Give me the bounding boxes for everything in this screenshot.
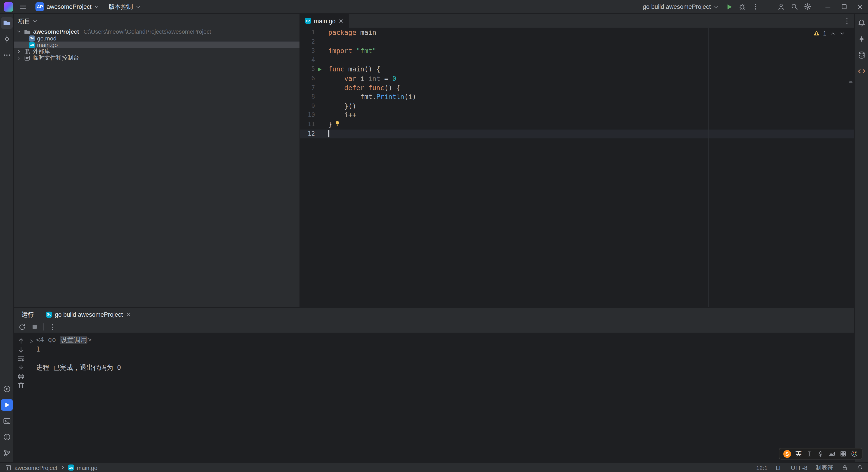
print-button[interactable] bbox=[17, 373, 25, 380]
tab-close-icon[interactable] bbox=[126, 312, 131, 317]
search-everywhere-button[interactable] bbox=[788, 1, 801, 12]
console-prev-button[interactable] bbox=[17, 337, 25, 345]
code-line[interactable]: 11} bbox=[300, 120, 854, 129]
terminal-toolwindow-button[interactable] bbox=[1, 415, 12, 427]
chevron-right-icon[interactable] bbox=[16, 49, 22, 54]
ai-assistant-button[interactable] bbox=[856, 33, 867, 45]
chevron-up-icon[interactable] bbox=[830, 30, 836, 36]
folder-icon bbox=[24, 28, 31, 35]
editor-tab-options-button[interactable] bbox=[843, 17, 851, 25]
tree-row-main-go[interactable]: Go main.go bbox=[14, 41, 300, 48]
console-folded-region[interactable]: 设置调用 bbox=[60, 336, 88, 344]
code-line[interactable]: 4 bbox=[300, 56, 854, 65]
keyboard-icon[interactable] bbox=[828, 450, 835, 457]
commit-toolwindow-button[interactable] bbox=[1, 33, 12, 45]
services-toolwindow-button[interactable] bbox=[1, 383, 12, 395]
more-actions-button[interactable] bbox=[749, 1, 762, 12]
text-cursor-icon[interactable] bbox=[806, 450, 813, 457]
tab-close-icon[interactable] bbox=[338, 18, 344, 24]
console-line: <4 go 设置调用> bbox=[28, 336, 854, 345]
code-line[interactable]: 5func main() { bbox=[300, 65, 854, 74]
project-panel-header[interactable]: 项目 bbox=[14, 14, 300, 28]
project-toolwindow-button[interactable] bbox=[1, 17, 12, 29]
go-file-icon: Go bbox=[305, 18, 311, 24]
run-button[interactable] bbox=[722, 1, 736, 12]
console-more-button[interactable] bbox=[49, 323, 57, 331]
caret-position[interactable]: 12:1 bbox=[756, 464, 767, 471]
rerun-icon bbox=[18, 323, 26, 331]
tree-row-project-root[interactable]: awesomeProject C:\Users\meowr\GolandProj… bbox=[14, 28, 300, 35]
run-toolwindow-button[interactable] bbox=[1, 399, 12, 411]
ime-language-indicator[interactable]: 英 bbox=[796, 450, 802, 458]
endpoints-button[interactable] bbox=[856, 65, 867, 77]
microphone-icon[interactable] bbox=[817, 450, 824, 457]
database-button[interactable] bbox=[856, 49, 867, 61]
code-line[interactable]: 6 var i int = 0 bbox=[300, 74, 854, 84]
problems-toolwindow-button[interactable] bbox=[1, 431, 12, 443]
notifications-button[interactable] bbox=[856, 17, 867, 29]
code-line[interactable]: 10 i++ bbox=[300, 111, 854, 120]
scroll-to-end-button[interactable] bbox=[17, 364, 25, 371]
code-line[interactable]: 2 bbox=[300, 37, 854, 47]
breadcrumb-project[interactable]: awesomeProject bbox=[14, 464, 57, 471]
window-maximize-button[interactable] bbox=[836, 0, 852, 13]
inspections-widget[interactable]: 1 bbox=[813, 30, 845, 36]
code-line[interactable]: 7 defer func() { bbox=[300, 84, 854, 93]
soft-wrap-icon bbox=[17, 355, 25, 363]
status-notifications-button[interactable] bbox=[857, 464, 863, 471]
grid-apps-icon[interactable] bbox=[840, 450, 846, 457]
skin-palette-icon[interactable] bbox=[851, 450, 858, 457]
settings-button[interactable] bbox=[801, 1, 814, 12]
clear-console-button[interactable] bbox=[17, 381, 25, 389]
console-gutter-toolbar bbox=[14, 333, 28, 462]
search-icon bbox=[790, 3, 798, 10]
run-config-selector[interactable]: go build awesomeProject bbox=[640, 1, 722, 12]
tree-row-external-libraries[interactable]: 外部库 bbox=[14, 48, 300, 55]
code-text: defer func() { bbox=[324, 84, 400, 93]
line-number: 1 bbox=[300, 28, 315, 37]
sogou-input-icon[interactable]: S bbox=[783, 450, 791, 458]
line-number: 8 bbox=[300, 92, 315, 102]
services-icon bbox=[2, 385, 11, 393]
scrollbar-error-stripe-mark[interactable] bbox=[849, 82, 852, 83]
run-tool-window: 运行 Go go build awesomeProject bbox=[14, 307, 854, 462]
code-line[interactable]: 9 }() bbox=[300, 102, 854, 111]
chevron-down-icon[interactable] bbox=[16, 29, 22, 34]
editor-tab-label: main.go bbox=[314, 18, 336, 24]
project-widget[interactable]: AP awesomeProject bbox=[33, 1, 102, 12]
chevron-right-icon[interactable] bbox=[16, 55, 22, 61]
vcs-widget[interactable]: 版本控制 bbox=[106, 1, 144, 12]
code-with-me-button[interactable] bbox=[774, 1, 788, 12]
lock-icon bbox=[841, 464, 848, 471]
main-menu-button[interactable] bbox=[17, 1, 29, 12]
chevron-down-icon[interactable] bbox=[839, 30, 845, 36]
run-tab-go-build[interactable]: Go go build awesomeProject bbox=[41, 308, 135, 321]
debug-button[interactable] bbox=[736, 1, 749, 12]
window-close-button[interactable] bbox=[852, 0, 868, 13]
soft-wrap-button[interactable] bbox=[17, 355, 25, 363]
tree-row-scratches[interactable]: 临时文件和控制台 bbox=[14, 55, 300, 61]
readonly-lock-button[interactable] bbox=[841, 464, 848, 471]
code-text bbox=[324, 37, 329, 47]
indent-style[interactable]: 制表符 bbox=[816, 464, 833, 471]
rerun-button[interactable] bbox=[18, 323, 26, 331]
tree-row-go-mod[interactable]: Go go.mod bbox=[14, 35, 300, 41]
intention-bulb[interactable] bbox=[335, 120, 341, 129]
stop-button[interactable] bbox=[31, 323, 38, 331]
window-minimize-button[interactable] bbox=[820, 0, 836, 13]
more-toolwindows-button[interactable] bbox=[1, 49, 12, 61]
title-bar: AP awesomeProject 版本控制 go build awesomeP… bbox=[0, 0, 868, 14]
run-gutter-button[interactable] bbox=[315, 65, 324, 74]
breadcrumb-file[interactable]: main.go bbox=[76, 464, 97, 471]
code-line[interactable]: 1package main bbox=[300, 28, 854, 37]
file-encoding[interactable]: UTF-8 bbox=[791, 464, 807, 471]
code-line[interactable]: 3import "fmt" bbox=[300, 46, 854, 56]
line-separator[interactable]: LF bbox=[776, 464, 782, 471]
text-caret bbox=[328, 130, 329, 137]
code-line[interactable]: 12 bbox=[300, 129, 854, 138]
editor[interactable]: 1package main23import "fmt"45func main()… bbox=[300, 28, 854, 307]
editor-tab-main-go[interactable]: Go main.go bbox=[300, 14, 349, 28]
code-line[interactable]: 8 fmt.Println(i) bbox=[300, 92, 854, 102]
version-control-toolwindow-button[interactable] bbox=[1, 447, 12, 459]
console-next-button[interactable] bbox=[17, 346, 25, 354]
